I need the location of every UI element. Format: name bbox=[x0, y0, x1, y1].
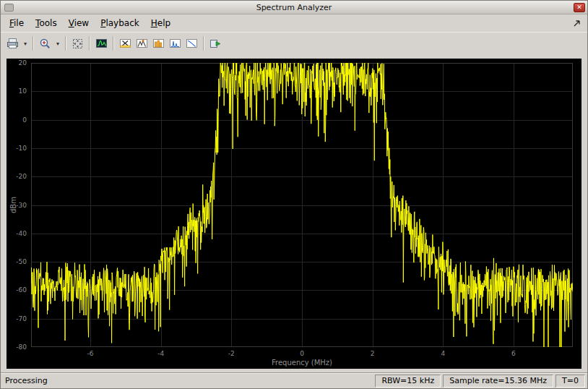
channel-measurements-button[interactable] bbox=[150, 35, 167, 52]
close-button[interactable]: ✕ bbox=[574, 3, 585, 12]
y-tick-label: -20 bbox=[7, 173, 29, 180]
menu-view[interactable]: View bbox=[63, 16, 95, 30]
status-sample-rate: Sample rate=15.36 MHz bbox=[443, 375, 553, 388]
cursor-measurements-button[interactable] bbox=[117, 35, 134, 52]
zoom-dropdown[interactable]: ▾ bbox=[53, 35, 62, 52]
status-time: T=0 bbox=[555, 375, 585, 388]
peak-finder-icon bbox=[136, 38, 148, 50]
spectrum-settings-button[interactable] bbox=[93, 35, 110, 52]
undock-arrow-icon bbox=[573, 19, 581, 27]
y-tick-label: -80 bbox=[7, 343, 29, 351]
printer-icon bbox=[7, 38, 19, 50]
status-message: Processing bbox=[1, 376, 48, 385]
status-bar: Processing RBW=15 kHz Sample rate=15.36 … bbox=[1, 372, 587, 388]
menu-tools[interactable]: Tools bbox=[30, 16, 63, 30]
step-forward-icon bbox=[209, 38, 222, 50]
y-tick-label: -30 bbox=[7, 202, 29, 209]
x-tick-label: 4 bbox=[432, 350, 454, 357]
y-tick-label: -60 bbox=[7, 286, 29, 294]
y-tick-label: -70 bbox=[7, 315, 29, 322]
y-tick-label: -40 bbox=[7, 230, 29, 237]
ccdf-measurements-icon bbox=[186, 38, 198, 50]
toolbar: ▾ ▾ bbox=[1, 32, 587, 54]
x-tick-label: 2 bbox=[362, 350, 384, 357]
menu-playback[interactable]: Playback bbox=[95, 16, 145, 30]
x-tick-label: -4 bbox=[150, 350, 172, 357]
menu-help[interactable]: Help bbox=[145, 16, 176, 30]
distortion-measurements-button[interactable] bbox=[167, 35, 183, 52]
x-tick-label: 0 bbox=[291, 350, 313, 357]
x-tick-label: -6 bbox=[79, 350, 101, 357]
toolbar-separator bbox=[89, 36, 90, 51]
x-tick-label: 6 bbox=[503, 350, 524, 357]
status-cells: RBW=15 kHz Sample rate=15.36 MHz T=0 bbox=[375, 375, 587, 388]
toolbar-separator bbox=[203, 36, 204, 51]
channel-measurements-icon bbox=[152, 38, 165, 50]
y-tick-label: 10 bbox=[7, 87, 29, 95]
peak-finder-button[interactable] bbox=[134, 35, 150, 52]
dock-button[interactable] bbox=[571, 17, 584, 29]
spectrum-analyzer-window: Spectrum Analyzer ✕ File Tools View Play… bbox=[0, 0, 588, 389]
ccdf-measurements-button[interactable] bbox=[183, 35, 200, 52]
status-rbw: RBW=15 kHz bbox=[375, 375, 441, 388]
menu-file[interactable]: File bbox=[4, 16, 30, 30]
print-dropdown[interactable]: ▾ bbox=[21, 35, 30, 52]
x-tick-label: -2 bbox=[220, 350, 242, 357]
y-tick-label: 20 bbox=[7, 59, 29, 67]
spectrum-display: dBm Frequency (MHz) 20100-10-20-30-40-50… bbox=[7, 59, 581, 369]
spectrum-settings-icon bbox=[95, 38, 108, 50]
toolbar-separator bbox=[33, 36, 34, 51]
window-title: Spectrum Analyzer bbox=[1, 3, 587, 12]
zoom-in-button[interactable] bbox=[37, 35, 53, 52]
zoom-in-icon bbox=[39, 38, 51, 50]
menu-bar: File Tools View Playback Help bbox=[1, 14, 587, 32]
toolbar-separator bbox=[113, 36, 114, 51]
toolbar-separator bbox=[65, 36, 66, 51]
title-bar[interactable]: Spectrum Analyzer ✕ bbox=[1, 1, 587, 14]
spectrum-plot-canvas[interactable] bbox=[31, 63, 573, 347]
cursor-measurements-icon bbox=[119, 38, 131, 50]
y-tick-label: -10 bbox=[7, 145, 29, 152]
window-icon bbox=[4, 4, 14, 12]
print-button[interactable] bbox=[4, 35, 21, 52]
x-axis-label: Frequency (MHz) bbox=[31, 359, 573, 367]
step-forward-button[interactable] bbox=[207, 35, 224, 52]
y-tick-label: 0 bbox=[7, 116, 29, 124]
fit-to-view-button[interactable] bbox=[69, 35, 86, 52]
y-tick-label: -50 bbox=[7, 258, 29, 265]
distortion-measurements-icon bbox=[169, 38, 181, 50]
fit-to-view-icon bbox=[72, 38, 84, 50]
